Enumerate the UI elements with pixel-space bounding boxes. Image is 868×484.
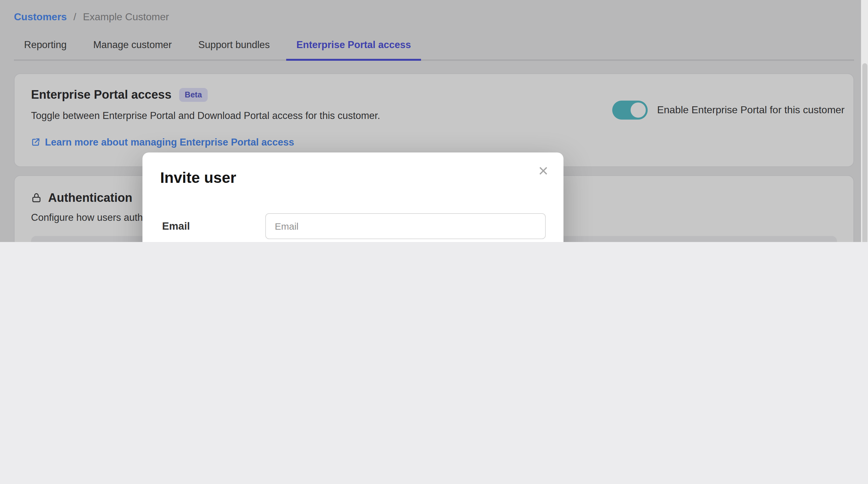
email-form-row: Email: [160, 213, 546, 239]
modal-title: Invite user: [160, 169, 546, 187]
close-icon[interactable]: ×: [538, 163, 548, 180]
scrollbar-thumb[interactable]: [862, 63, 867, 242]
invite-user-modal: Invite user × Email Cancel Send invite: [143, 153, 563, 242]
email-input[interactable]: [265, 213, 546, 239]
email-field-label: Email: [160, 220, 265, 232]
app-root: Customers / Example Customer Reporting M…: [0, 0, 868, 242]
page-scrollbar[interactable]: [861, 0, 868, 242]
